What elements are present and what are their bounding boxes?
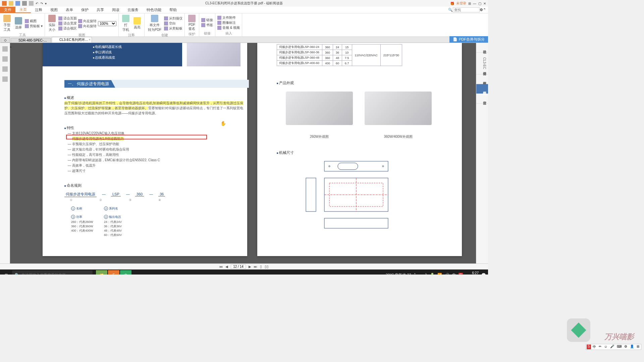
taskbar-app-other[interactable]: ⟳ [120, 270, 131, 275]
pages-panel-icon[interactable] [2, 56, 8, 62]
highlight-button[interactable]: 高亮 [132, 16, 142, 31]
pdf-sign-button[interactable]: PDF 签名 [187, 14, 197, 32]
file-attach-button[interactable]: 文件附件 [217, 15, 240, 20]
tab-home[interactable]: 主页 [15, 7, 31, 13]
vtab-motor[interactable]: 选配电机介绍 [476, 74, 488, 84]
svg-rect-0 [324, 161, 388, 171]
rotate-left-button[interactable]: 向左旋转 [78, 19, 97, 23]
first-page-icon[interactable]: ⏮ [219, 265, 223, 268]
redo-icon[interactable]: ↷ [40, 2, 43, 5]
grid-icon[interactable]: ⊞ [468, 2, 471, 5]
vtab-reading[interactable]: 导读模式 [476, 43, 488, 53]
tab-help[interactable]: 帮助 [165, 7, 181, 13]
bookmark-button[interactable]: 书签 [201, 23, 213, 27]
page-area[interactable]: 电机编码器延长线 串口调试线 总线通讯线缆 一、 伺服步进专用电源 概述 由于伺… [10, 43, 476, 263]
vtab-driver[interactable]: CL3-EC驱动器介绍 [476, 53, 488, 74]
open-icon[interactable] [9, 1, 13, 6]
tab-annotate[interactable]: 注释 [31, 7, 46, 13]
link-button[interactable]: 链接 [201, 18, 213, 22]
expand-panel-icon[interactable]: ▸ [10, 45, 13, 49]
taskbar-clock[interactable]: 6:272021/8/3 [466, 271, 479, 275]
from-scanner-button[interactable]: 从扫描仪 [164, 16, 182, 21]
typewriter-button[interactable]: 打 字机 [121, 14, 131, 33]
vtab-order[interactable]: 订货信息 [476, 94, 488, 104]
chevron-up-icon[interactable]: ⌃ [483, 8, 486, 12]
zoom-select[interactable]: 100% [98, 21, 116, 26]
doc-tab-2[interactable]: CL3-EC系列闭环步进...× [52, 37, 92, 43]
last-page-icon[interactable]: ⏭ [254, 265, 257, 268]
snapshot-button[interactable]: 截图 [25, 19, 43, 23]
search-icon[interactable]: 🔍 [448, 8, 453, 12]
taskbar-app-explorer[interactable]: 📁 [96, 270, 107, 275]
tab-file[interactable]: 文件 [0, 7, 15, 13]
single-page-icon[interactable]: ▯ [260, 265, 262, 268]
tray-ime-icon[interactable]: 中 [452, 273, 456, 275]
close-icon[interactable]: ✕ [483, 2, 486, 5]
to-pdf-button[interactable]: 将文件 转为PDF [147, 14, 163, 33]
tab-view[interactable]: 视图 [46, 7, 62, 13]
mechanical-drawing [304, 160, 398, 233]
notifications-icon[interactable]: 💬 [481, 273, 486, 275]
start-tab-button[interactable]: ◇ [1, 37, 10, 43]
header-bullet: 电机编码器延长线 [93, 44, 182, 50]
print-icon[interactable] [22, 1, 27, 6]
tab-forms[interactable]: 表单 [62, 7, 77, 13]
image-annot-button[interactable]: 图像标注 [217, 20, 240, 25]
features-heading: 特性 [64, 125, 74, 130]
tab-protect[interactable]: 保护 [77, 7, 93, 13]
minimize-icon[interactable]: — [473, 2, 476, 5]
qat-dropdown-icon[interactable]: ▾ [45, 2, 47, 5]
taskbar-search-input[interactable] [21, 273, 90, 275]
tray-bluetooth-icon[interactable]: ᛒ [425, 273, 427, 275]
actual-size-button[interactable]: 实际 大小 [47, 14, 57, 33]
fit-width-button[interactable]: 适合宽度 [58, 21, 77, 26]
quick-access-toolbar: ↶ ↷ ▾ [0, 1, 49, 6]
pdf-merge-split-banner[interactable]: 📄PDF合并与拆分 [449, 36, 488, 43]
pdf-page-left: 电机编码器延长线 串口调试线 总线通讯线缆 一、 伺服步进专用电源 概述 由于伺… [43, 43, 247, 256]
tab-read[interactable]: 阅读 [108, 7, 123, 13]
taskbar-search[interactable]: 🔍 [12, 270, 93, 275]
vtab-accessories[interactable]: 配件介绍 [476, 84, 488, 94]
audio-video-button[interactable]: 音频 & 视频 [217, 25, 240, 30]
fit-visible-button[interactable]: 适合视区 [58, 26, 77, 31]
doc-tab-1[interactable]: SDR-480-SPEC-CN.... [11, 38, 51, 43]
svg-rect-4 [306, 178, 316, 212]
layers-panel-icon[interactable] [2, 66, 8, 72]
tab-share[interactable]: 共享 [93, 7, 108, 13]
save-icon[interactable] [15, 1, 20, 6]
settings-icon[interactable]: ⚙ [480, 8, 483, 12]
next-page-icon[interactable]: ▶ [249, 265, 251, 268]
tab-special[interactable]: 特色功能 [143, 7, 165, 13]
overview-text: 由于伺服/步进电机固有的工作特性，会导致电源电压在电机加速瞬间迅速降低和减速瞬间… [64, 101, 246, 116]
taskbar-app-foxit[interactable]: F [108, 270, 119, 275]
rotate-right-button[interactable]: 向右旋转 [78, 24, 97, 28]
from-clipboard-button[interactable]: 从剪贴板 [164, 26, 182, 31]
prev-page-icon[interactable]: ◀ [225, 265, 228, 268]
menu-search-input[interactable] [453, 7, 480, 12]
login-link[interactable]: 未登录 [456, 1, 466, 6]
page-number-input[interactable] [231, 264, 246, 269]
tray-wifi-icon[interactable]: 📶 [437, 273, 442, 275]
attachments-panel-icon[interactable] [2, 76, 8, 82]
weather-widget[interactable]: ☁ 30°C 空气优 27 [381, 273, 411, 275]
tray-battery-icon[interactable]: 🔋 [430, 273, 435, 275]
undo-icon[interactable]: ↶ [36, 2, 38, 5]
tray-chevron-up-icon[interactable]: ˄ [414, 273, 416, 275]
tab-cloud[interactable]: 云服务 [123, 7, 143, 13]
close-tab-icon[interactable]: × [89, 38, 91, 42]
bookmarks-panel-icon[interactable] [2, 46, 8, 52]
tray-sogou-icon[interactable]: S [459, 273, 463, 275]
blank-button[interactable]: 空白 [164, 21, 182, 26]
start-button[interactable]: ⊞ [0, 273, 12, 275]
fit-page-button[interactable]: 适合页面 [58, 16, 77, 21]
email-icon[interactable] [29, 1, 34, 6]
clipboard-button[interactable]: 剪贴板▾ [25, 24, 43, 28]
hand-tool-button[interactable]: 手型 工具 [2, 14, 12, 33]
gift-icon[interactable]: 🎁 [450, 2, 454, 5]
group-links-label: 链接 [201, 31, 213, 36]
maximize-icon[interactable]: ▢ [478, 2, 481, 5]
tray-volume-icon[interactable]: 🔊 [445, 273, 449, 275]
facing-page-icon[interactable]: ▯▯ [265, 265, 269, 268]
tray-onedrive-icon[interactable]: ☁ [419, 273, 422, 275]
select-tool-button[interactable]: 选择 [13, 16, 23, 31]
